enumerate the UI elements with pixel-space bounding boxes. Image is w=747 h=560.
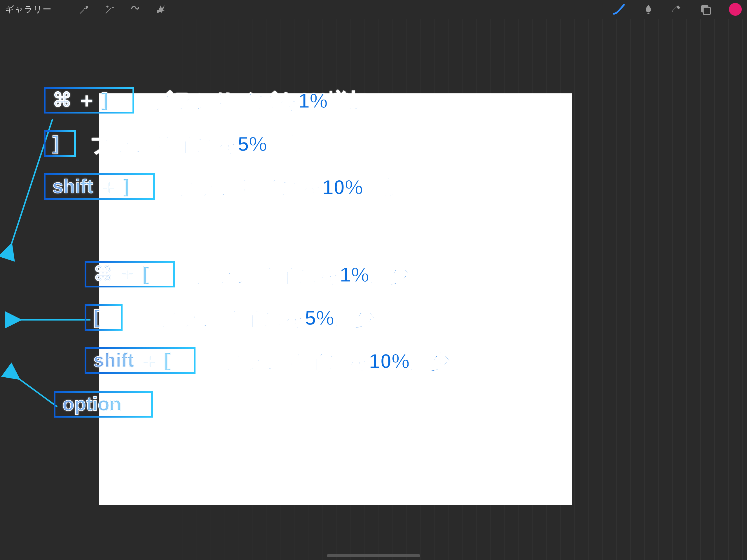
svg-rect-1 [703,7,711,15]
home-indicator [327,554,420,557]
brush-icon[interactable] [612,3,626,16]
gallery-button[interactable]: ギャラリー [5,3,52,16]
wand-icon[interactable] [104,4,115,15]
transform-icon[interactable] [156,4,166,15]
wrench-icon[interactable] [78,4,89,15]
top-toolbar: ギャラリー [0,0,747,19]
layers-icon[interactable] [699,3,712,16]
smudge-icon[interactable] [643,4,654,15]
eraser-icon[interactable] [671,4,681,15]
color-swatch[interactable] [729,3,742,16]
artboard[interactable] [99,93,572,505]
selection-icon[interactable] [130,4,140,15]
